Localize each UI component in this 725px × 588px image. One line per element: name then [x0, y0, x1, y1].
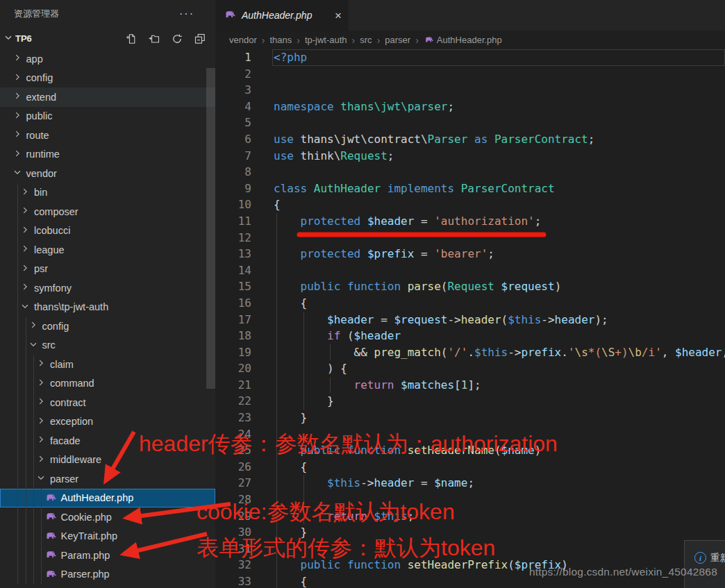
line-number: 24: [215, 426, 251, 443]
breadcrumb-item[interactable]: tp-jwt-auth: [305, 35, 347, 45]
tree-item-middleware[interactable]: middleware: [0, 451, 215, 470]
indent-guide: [276, 360, 277, 377]
line-number: 19: [215, 344, 251, 361]
indent-guide: [330, 344, 331, 361]
tree-item-command[interactable]: command: [0, 374, 215, 394]
breadcrumb-item[interactable]: vendor: [229, 35, 257, 45]
tab-authheader-php[interactable]: AuthHeader.php ×: [215, 0, 349, 31]
close-icon[interactable]: ×: [335, 10, 342, 22]
chevron-right-icon: [36, 358, 46, 370]
tree-item-cookie-php[interactable]: Cookie.php: [0, 507, 215, 527]
tree-item-thans-tp-jwt-auth[interactable]: thans\tp-jwt-auth: [0, 298, 215, 317]
chevron-right-icon: [20, 205, 30, 217]
indent-guide: [276, 377, 277, 394]
indent-guide: [276, 492, 277, 508]
tree-item-label: vendor: [26, 168, 57, 179]
sidebar-scrollbar[interactable]: [206, 68, 215, 389]
notification-toast[interactable]: i 重新: [684, 540, 725, 588]
tree-item-route[interactable]: route: [0, 126, 215, 145]
tree-item-exception[interactable]: exception: [0, 412, 215, 432]
tree-item-label: claim: [50, 359, 74, 370]
tree-item-contract[interactable]: contract: [0, 393, 215, 412]
line-number: 11: [215, 213, 251, 230]
line-number: 9: [215, 180, 251, 197]
tree-item-facade[interactable]: facade: [0, 431, 215, 451]
tree-item-config[interactable]: config: [0, 69, 215, 88]
indent-guide: [276, 459, 277, 476]
line-number: 30: [215, 524, 251, 541]
chevron-right-icon: [20, 244, 30, 255]
indent-guide: [276, 262, 277, 279]
php-file-icon: [46, 492, 57, 505]
code-line: 24: [215, 426, 725, 443]
tree-item-label: runtime: [26, 149, 60, 160]
tree-item-config[interactable]: config: [0, 317, 215, 336]
breadcrumb-item[interactable]: src: [360, 35, 372, 45]
line-number: 14: [215, 262, 251, 279]
project-section-header[interactable]: TP6: [0, 28, 215, 49]
tree-item-psr[interactable]: psr: [0, 260, 215, 279]
code-text: && preg_match('/'.$this->prefix.'\s*(\S+…: [251, 344, 725, 361]
tree-item-label: parser: [50, 473, 78, 485]
code-text: {: [251, 459, 307, 476]
code-text: $header = $request->header($this->header…: [251, 312, 608, 328]
new-file-icon[interactable]: [126, 33, 137, 44]
code-line: 3: [215, 82, 725, 99]
code-text: {: [251, 295, 307, 312]
tree-item-label: src: [42, 339, 56, 351]
tree-item-label: composer: [34, 206, 78, 217]
code-text: public function setHeaderPrefix($prefix): [251, 557, 568, 573]
chevron-down-icon: [28, 339, 38, 351]
indent-guide: [276, 278, 277, 295]
tree-item-app[interactable]: app: [0, 49, 215, 69]
code-view: 1<?php234namespace thans\jwt\parser;56us…: [215, 49, 725, 588]
indent-guide: [303, 508, 304, 525]
breadcrumb-item-label: thans: [269, 35, 292, 45]
tab-bar: AuthHeader.php ×: [215, 0, 725, 31]
php-file-icon: [425, 35, 434, 46]
indent-guide: [276, 541, 277, 557]
tree-item-param-php[interactable]: Param.php: [0, 546, 215, 565]
refresh-icon[interactable]: [172, 33, 183, 44]
code-line: 20 ) {: [215, 360, 725, 377]
tree-item-label: Param.php: [61, 550, 110, 561]
code-text: public function parse(Request $request): [251, 278, 561, 295]
tree-item-claim[interactable]: claim: [0, 355, 215, 374]
tree-item-extend[interactable]: extend: [0, 87, 215, 107]
tree-item-league[interactable]: league: [0, 240, 215, 260]
tree-item-composer[interactable]: composer: [0, 202, 215, 221]
tree-item-keytrait-php[interactable]: KeyTrait.php: [0, 527, 215, 546]
code-text: ) {: [251, 360, 347, 377]
tree-item-vendor[interactable]: vendor: [0, 164, 215, 183]
code-text: $this->header = $name;: [251, 475, 474, 492]
new-folder-icon[interactable]: [149, 33, 160, 44]
tree-item-public[interactable]: public: [0, 107, 215, 126]
tree-item-parser[interactable]: parser: [0, 469, 215, 489]
code-line: 25 public function setHeaderName($name): [215, 442, 725, 459]
tree-item-src[interactable]: src: [0, 336, 215, 355]
code-text: <?php: [251, 49, 307, 66]
line-number: 20: [215, 360, 251, 377]
indent-guide: [276, 393, 277, 410]
tree-item-label: config: [42, 321, 69, 332]
tab-label: AuthHeader.php: [242, 10, 312, 21]
tree-item-symfony[interactable]: symfony: [0, 278, 215, 298]
breadcrumb-item[interactable]: thans: [269, 35, 292, 45]
breadcrumb-item[interactable]: AuthHeader.php: [424, 35, 502, 46]
line-number: 4: [215, 99, 251, 115]
more-actions-icon[interactable]: ···: [179, 10, 194, 17]
tree-item-runtime[interactable]: runtime: [0, 145, 215, 165]
line-number: 21: [215, 377, 251, 394]
line-number: 6: [215, 131, 251, 148]
breadcrumb-item[interactable]: parser: [385, 35, 410, 45]
chevron-right-icon: [36, 454, 46, 466]
tree-item-lcobucci[interactable]: lcobucci: [0, 221, 215, 241]
tree-item-parser-php[interactable]: Parser.php: [0, 565, 215, 585]
collapse-folders-icon[interactable]: [194, 33, 206, 44]
tree-item-bin[interactable]: bin: [0, 183, 215, 203]
tree-item-authheader-php[interactable]: AuthHeader.php: [0, 489, 215, 508]
indent-guide: [303, 360, 304, 377]
chevron-right-icon: [36, 435, 46, 446]
code-line: 27 $this->header = $name;: [215, 475, 725, 492]
code-text: namespace thans\jwt\parser;: [251, 99, 454, 115]
